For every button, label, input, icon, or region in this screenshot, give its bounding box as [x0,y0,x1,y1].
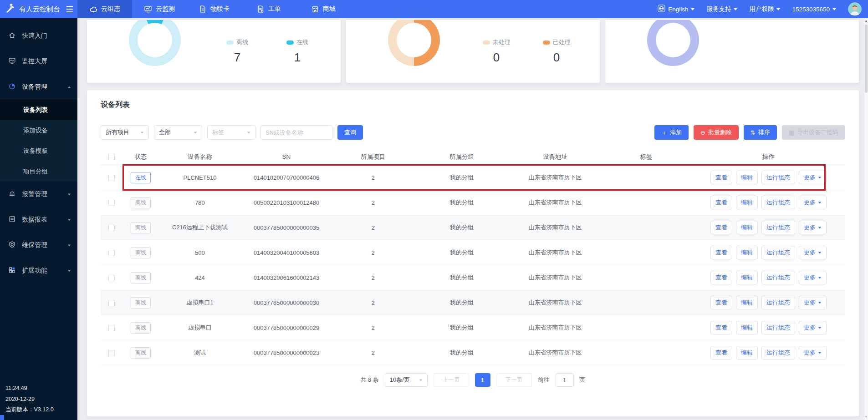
sidebar-subitem-设备列表[interactable]: 设备列表 [0,100,77,120]
row-action-更多-button[interactable]: 更多 [799,271,827,284]
row-action-运行组态-button[interactable]: 运行组态 [761,271,795,284]
cell-sn: 01401020070700000406 [241,174,332,181]
nav-tab-label: 云组态 [101,5,120,13]
row-checkbox[interactable] [108,350,115,356]
sidebar-item-报警管理[interactable]: 报警管理 [0,182,77,207]
language-switcher[interactable]: English [658,5,694,14]
row-action-查看-button[interactable]: 查看 [710,321,732,334]
next-page-button[interactable]: 下一页 [496,373,532,387]
row-action-查看-button[interactable]: 查看 [710,196,732,209]
row-checkbox[interactable] [108,200,115,206]
row-action-查看-button[interactable]: 查看 [710,221,732,234]
export-qr-label: 导出设备二维码 [797,128,838,137]
row-action-更多-button[interactable]: 更多 [799,296,827,309]
row-checkbox[interactable] [108,250,115,256]
row-action-更多-button[interactable]: 更多 [799,346,827,359]
row-action-运行组态-button[interactable]: 运行组态 [761,196,795,209]
sidebar-subitem-项目分组[interactable]: 项目分组 [0,161,77,182]
row-action-运行组态-button[interactable]: 运行组态 [761,296,795,309]
search-input[interactable] [260,125,332,140]
row-action-查看-button[interactable]: 查看 [710,171,732,184]
row-action-编辑-button[interactable]: 编辑 [736,296,758,309]
search-button[interactable]: 查询 [337,125,363,140]
service-support-menu[interactable]: 服务支持 [706,5,737,13]
sort-button[interactable]: ⇅ 排序 [744,125,777,140]
chevron-down-icon [818,302,821,304]
add-button[interactable]: ＋ 添加 [654,125,689,140]
row-action-运行组态-button[interactable]: 运行组态 [761,321,795,334]
row-action-更多-button[interactable]: 更多 [799,246,827,259]
nav-tab-云监测[interactable]: 云监测 [132,0,187,18]
project-filter-value: 所有项目 [106,128,129,137]
nav-tab-物联卡[interactable]: 物联卡 [187,0,241,18]
row-action-运行组态-button[interactable]: 运行组态 [761,221,795,234]
page-scrollbar[interactable] [864,18,868,420]
row-action-运行组态-button[interactable]: 运行组态 [761,246,795,259]
sidebar: 快速入门监控大屏设备管理设备列表添加设备设备模板项目分组报警管理数据报表维保管理… [0,18,77,420]
row-action-label: 运行组态 [766,173,790,182]
scroll-down-arrow-icon[interactable] [865,416,868,418]
row-action-查看-button[interactable]: 查看 [710,346,732,359]
row-action-编辑-button[interactable]: 编辑 [736,221,758,234]
export-qr-button[interactable]: ▦ 导出设备二维码 [782,125,845,140]
row-action-更多-button[interactable]: 更多 [799,321,827,334]
service-support-label: 服务支持 [706,5,731,13]
cell-project: 2 [332,349,414,356]
nav-tab-商城[interactable]: 商城 [296,0,351,18]
sidebar-item-数据报表[interactable]: 数据报表 [0,207,77,233]
status-filter-select[interactable]: 全部 [154,125,202,140]
row-action-更多-button[interactable]: 更多 [799,196,827,209]
status-badge: 离线 [131,247,151,258]
row-action-更多-button[interactable]: 更多 [799,171,827,184]
prev-page-button[interactable]: 上一页 [434,373,469,387]
row-action-编辑-button[interactable]: 编辑 [736,171,758,184]
summary-cards-row: 离线7在线1未处理0已处理0 [87,20,859,83]
batch-delete-button[interactable]: ⊖ 批量删除 [694,125,739,140]
row-action-编辑-button[interactable]: 编辑 [736,346,758,359]
cell-status: 离线 [123,247,159,258]
row-action-编辑-button[interactable]: 编辑 [736,321,758,334]
column-header-所属项目: 所属项目 [332,153,414,161]
cell-actions: 查看编辑运行组态更多 [692,246,845,259]
menu-toggle-icon[interactable]: ☰ [66,5,73,14]
sidebar-item-快速入门[interactable]: 快速入门 [0,23,77,49]
scrollbar-thumb[interactable] [865,25,868,93]
sidebar-subitem-label: 项目分组 [23,167,48,176]
sidebar-item-设备管理[interactable]: 设备管理 [0,74,77,100]
qr-code-icon: ▦ [789,130,794,136]
cell-group: 我的分组 [414,223,510,232]
row-action-查看-button[interactable]: 查看 [710,296,732,309]
sidebar-item-监控大屏[interactable]: 监控大屏 [0,49,77,74]
row-action-查看-button[interactable]: 查看 [710,246,732,259]
nav-tab-云组态[interactable]: 云组态 [77,0,132,18]
tag-filter-select[interactable]: 标签 [207,125,255,140]
sidebar-subitem-添加设备[interactable]: 添加设备 [0,120,77,141]
select-all-checkbox[interactable] [108,154,115,160]
sidebar-item-维保管理[interactable]: 维保管理 [0,233,77,258]
row-action-编辑-button[interactable]: 编辑 [736,196,758,209]
account-menu[interactable]: 15253035650 [792,6,836,13]
sidebar-item-扩展功能[interactable]: 扩展功能 [0,258,77,283]
sidebar-subitem-设备模板[interactable]: 设备模板 [0,141,77,161]
row-action-运行组态-button[interactable]: 运行组态 [761,346,795,359]
goto-page-input[interactable] [556,373,574,387]
row-checkbox[interactable] [108,225,115,231]
row-action-更多-button[interactable]: 更多 [799,221,827,234]
scroll-up-arrow-icon[interactable] [865,20,868,22]
row-checkbox[interactable] [108,325,115,331]
user-permission-menu[interactable]: 用户权限 [749,5,780,13]
nav-tab-工单[interactable]: 工单 [241,0,296,18]
current-page-button[interactable]: 1 [475,373,490,387]
goto-suffix: 页 [580,376,586,384]
row-action-编辑-button[interactable]: 编辑 [736,246,758,259]
page-size-select[interactable]: 10条/页 [385,373,428,387]
project-filter-select[interactable]: 所有项目 [101,125,149,140]
row-action-运行组态-button[interactable]: 运行组态 [761,171,795,184]
row-action-查看-button[interactable]: 查看 [710,271,732,284]
row-checkbox[interactable] [108,300,115,306]
row-action-label: 更多 [804,273,816,282]
user-avatar[interactable] [848,2,862,16]
row-action-编辑-button[interactable]: 编辑 [736,271,758,284]
row-checkbox[interactable] [108,275,115,281]
row-checkbox[interactable] [108,175,115,181]
